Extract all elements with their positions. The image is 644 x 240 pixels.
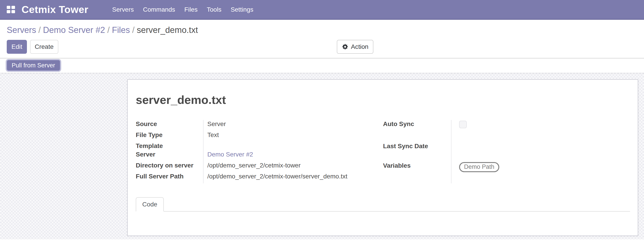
field-label-last-sync-date: Last Sync Date: [383, 142, 452, 162]
field-label-server: Server: [136, 150, 204, 161]
breadcrumb-servers[interactable]: Servers: [7, 25, 36, 35]
field-label-source: Source: [136, 120, 204, 131]
record-actions-row: Pull from Server: [0, 58, 644, 73]
field-value-variables: Demo Path: [452, 162, 630, 183]
field-groups: Source Server File Type Text Template Se…: [136, 120, 630, 183]
gear-icon: [342, 43, 348, 50]
server-record-link[interactable]: Demo Server #2: [207, 151, 253, 158]
top-navbar: Cetmix Tower Servers Commands Files Tool…: [0, 0, 644, 20]
breadcrumb-separator: /: [130, 25, 137, 35]
app-brand-title[interactable]: Cetmix Tower: [22, 4, 88, 15]
action-button[interactable]: Action: [337, 40, 374, 54]
breadcrumb: Servers/Demo Server #2/Files/server_demo…: [7, 25, 644, 35]
button-row: Edit Create Action: [0, 40, 644, 54]
pull-from-server-button[interactable]: Pull from Server: [7, 60, 60, 71]
breadcrumb-demo-server-2[interactable]: Demo Server #2: [43, 25, 105, 35]
field-value-source: Server: [204, 120, 383, 131]
menu-item-settings[interactable]: Settings: [231, 6, 253, 13]
apps-grid-icon[interactable]: [7, 6, 15, 13]
breadcrumb-current-record: server_demo.txt: [137, 25, 198, 35]
breadcrumb-separator: /: [105, 25, 112, 35]
field-value-file-type: Text: [204, 131, 383, 142]
record-title: server_demo.txt: [136, 94, 630, 106]
field-label-directory: Directory on server: [136, 161, 204, 172]
apps-grid-square: [12, 10, 15, 13]
field-value-directory: /opt/demo_server_2/cetmix-tower: [204, 161, 383, 172]
breadcrumb-files[interactable]: Files: [112, 25, 130, 35]
create-button[interactable]: Create: [30, 40, 58, 54]
field-label-auto-sync: Auto Sync: [383, 120, 452, 142]
field-label-variables: Variables: [383, 162, 452, 183]
notebook-tab-bar: Code: [136, 197, 630, 212]
edit-button[interactable]: Edit: [7, 40, 27, 54]
field-value-server: Demo Server #2: [204, 150, 383, 161]
breadcrumb-separator: /: [36, 25, 43, 35]
field-label-file-type: File Type: [136, 131, 204, 142]
main-menu: Servers Commands Files Tools Settings: [112, 6, 253, 13]
menu-item-tools[interactable]: Tools: [207, 6, 222, 13]
action-button-label: Action: [351, 43, 368, 50]
field-value-template: [204, 142, 383, 150]
field-value-auto-sync: [452, 120, 630, 142]
field-label-template: Template: [136, 142, 204, 150]
tab-code[interactable]: Code: [136, 197, 164, 212]
field-value-full-path: /opt/demo_server_2/cetmix-tower/server_d…: [204, 172, 383, 183]
field-label-full-path: Full Server Path: [136, 172, 204, 183]
auto-sync-checkbox[interactable]: [459, 121, 467, 128]
form-view-background: server_demo.txt Source Server File Type …: [0, 73, 644, 239]
menu-item-servers[interactable]: Servers: [112, 6, 134, 13]
control-panel: Servers/Demo Server #2/Files/server_demo…: [0, 20, 644, 40]
apps-grid-square: [7, 6, 10, 9]
field-group-left: Source Server File Type Text Template Se…: [136, 120, 383, 183]
apps-grid-square: [12, 6, 15, 9]
variable-tag-demo-path: Demo Path: [459, 162, 499, 172]
menu-item-commands[interactable]: Commands: [143, 6, 175, 13]
apps-grid-square: [7, 10, 10, 13]
form-sheet: server_demo.txt Source Server File Type …: [127, 79, 638, 236]
field-group-right: Auto Sync Last Sync Date Variables Demo …: [383, 120, 630, 183]
field-value-last-sync-date: [452, 142, 630, 162]
menu-item-files[interactable]: Files: [184, 6, 198, 13]
